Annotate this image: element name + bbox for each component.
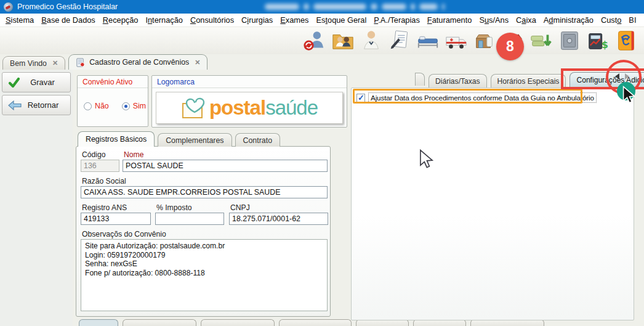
- menu-exames[interactable]: Exames: [276, 14, 312, 26]
- menu-bar: Sistema Base de Dados Recepção Internaçã…: [0, 14, 644, 27]
- svg-text:$: $: [602, 39, 608, 51]
- arrow-left-icon: [8, 100, 22, 111]
- tab-stub-partial[interactable]: [415, 73, 425, 86]
- tab-complementares[interactable]: Complementares: [158, 133, 231, 147]
- bottom-stub[interactable]: [201, 319, 275, 326]
- ambulance-icon[interactable]: [445, 29, 468, 52]
- brand-saude: saúde: [265, 96, 318, 120]
- menu-sistema[interactable]: Sistema: [2, 14, 38, 26]
- patients-folder-icon[interactable]: [331, 29, 355, 52]
- menu-internacao[interactable]: Internação: [142, 14, 187, 26]
- tab-cadastro-convenios[interactable]: Cadastro Geral de Convênios ✕: [68, 54, 207, 70]
- configuracoes-adicionais-panel: ✓ Ajustar Data dos Procedimentos conform…: [351, 88, 634, 320]
- menu-pa-terapias[interactable]: P.A./Terapias: [370, 14, 423, 26]
- check-icon: [8, 76, 20, 89]
- contract-document-icon[interactable]: [388, 29, 411, 52]
- registro-ans-label: Registro ANS: [82, 203, 127, 212]
- imposto-label: % Imposto: [156, 203, 192, 212]
- razao-social-field[interactable]: [81, 186, 328, 198]
- cnpj-field[interactable]: [229, 213, 328, 225]
- tab-diarias-taxas[interactable]: Diárias/Taxas: [429, 74, 487, 88]
- menu-bi[interactable]: BI: [625, 14, 640, 26]
- observacoes-label: Observaçõs do Convênio: [82, 230, 166, 238]
- menu-faturamento[interactable]: Faturamento: [424, 14, 476, 26]
- mouse-cursor-icon: [622, 86, 636, 104]
- save-button-label: Gravar: [20, 78, 65, 87]
- window-title: Promedico Gestão Hospitalar: [17, 2, 118, 11]
- app-window: Promedico Gestão Hospitalar Sistema Base…: [0, 0, 644, 326]
- observacoes-field[interactable]: Site para Autorização: postalsaude.com.b…: [81, 239, 328, 311]
- envelope-heart-icon: [181, 95, 209, 121]
- logomarca-group: Logomarca postal saúde: [151, 75, 347, 128]
- back-button-label: Retornar: [22, 100, 65, 110]
- back-button[interactable]: Retornar: [2, 95, 71, 115]
- menu-caixa[interactable]: Caixa: [512, 14, 540, 26]
- logomarca-title: Logomarca: [152, 76, 347, 88]
- doctor-icon[interactable]: [360, 29, 383, 52]
- close-icon[interactable]: ✕: [195, 59, 200, 67]
- menu-cirurgias[interactable]: Cirurgias: [238, 14, 276, 26]
- menu-custo[interactable]: Custo: [597, 14, 625, 26]
- hospital-bed-icon[interactable]: [416, 29, 440, 52]
- phone-book-icon[interactable]: [614, 29, 638, 52]
- brand-postal: postal: [209, 96, 265, 120]
- main-content: Convênio Ativo Não Sim Logomarca: [73, 70, 644, 326]
- registros-basicos-panel: Código Nome Razão Social Registro ANS % …: [76, 146, 331, 317]
- tab-bem-vindo-label: Bem Vindo: [10, 59, 47, 68]
- step-badge-8: 8: [496, 33, 524, 60]
- tab-bem-vindo[interactable]: Bem Vindo ✕: [2, 56, 65, 70]
- registro-ans-field[interactable]: [81, 213, 151, 225]
- logo-image: postal saúde: [156, 92, 343, 124]
- menu-sus-ans[interactable]: Sus/Ans: [475, 14, 512, 26]
- radio-sim-label: Sim: [133, 102, 146, 110]
- menu-recepcao[interactable]: Recepção: [99, 14, 142, 26]
- app-logo-icon: [4, 2, 13, 12]
- tab-horarios-especiais[interactable]: Horários Especiais: [491, 74, 566, 88]
- nome-field[interactable]: [123, 160, 328, 172]
- detail-tab-bar: Registros Básicos Complementares Contrat…: [78, 131, 283, 147]
- users-sync-icon[interactable]: [303, 29, 326, 52]
- redacted-title-info: [265, 2, 445, 10]
- menu-consultorios[interactable]: Consultórios: [187, 14, 238, 26]
- safe-icon[interactable]: [558, 29, 581, 52]
- radio-selected-icon[interactable]: [122, 102, 130, 110]
- razao-social-label: Razão Social: [82, 177, 126, 185]
- menu-administracao[interactable]: Administração: [540, 14, 597, 26]
- stock-supplies-icon[interactable]: [473, 29, 496, 52]
- ajustar-data-label: Ajustar Data dos Procedimentos conforme …: [368, 92, 597, 103]
- radio-nao-label: Não: [95, 102, 109, 110]
- codigo-label: Código: [82, 150, 106, 159]
- toolbar: $: [0, 27, 644, 54]
- title-bar: Promedico Gestão Hospitalar: [0, 0, 644, 14]
- save-button[interactable]: Gravar: [2, 72, 71, 92]
- nome-label: Nome: [124, 150, 144, 159]
- radio-icon[interactable]: [84, 102, 92, 110]
- checkbox-checked-icon[interactable]: ✓: [356, 94, 365, 102]
- finance-calculator-icon[interactable]: $: [586, 29, 610, 52]
- action-sidebar: Gravar Retornar: [0, 70, 73, 326]
- document-badge-icon: [76, 58, 85, 67]
- tab-registros-basicos[interactable]: Registros Básicos: [78, 131, 155, 147]
- mouse-cursor-icon: [419, 149, 434, 169]
- tab-contrato[interactable]: Contrato: [235, 133, 281, 147]
- codigo-field: [81, 160, 119, 172]
- cnpj-label: CNPJ: [230, 203, 250, 212]
- payments-down-icon[interactable]: [529, 29, 553, 52]
- close-icon[interactable]: ✕: [52, 59, 58, 67]
- convenio-ativo-title: Convênio Ativo: [78, 76, 148, 88]
- bottom-stub[interactable]: [123, 319, 196, 326]
- ajustar-data-row[interactable]: ✓ Ajustar Data dos Procedimentos conform…: [356, 92, 597, 103]
- menu-estoque-geral[interactable]: Estoque Geral: [313, 14, 371, 26]
- bottom-stub[interactable]: [279, 319, 352, 326]
- radio-nao[interactable]: Não: [84, 102, 109, 110]
- imposto-field[interactable]: [155, 213, 224, 225]
- tab-cadastro-label: Cadastro Geral de Convênios: [89, 58, 189, 67]
- document-tab-bar: Bem Vindo ✕ Cadastro Geral de Convênios …: [0, 54, 644, 70]
- bottom-stub[interactable]: [79, 319, 118, 326]
- menu-base-de-dados[interactable]: Base de Dados: [38, 14, 99, 26]
- convenio-ativo-group: Convênio Ativo Não Sim: [77, 75, 148, 127]
- radio-sim[interactable]: Sim: [122, 102, 146, 110]
